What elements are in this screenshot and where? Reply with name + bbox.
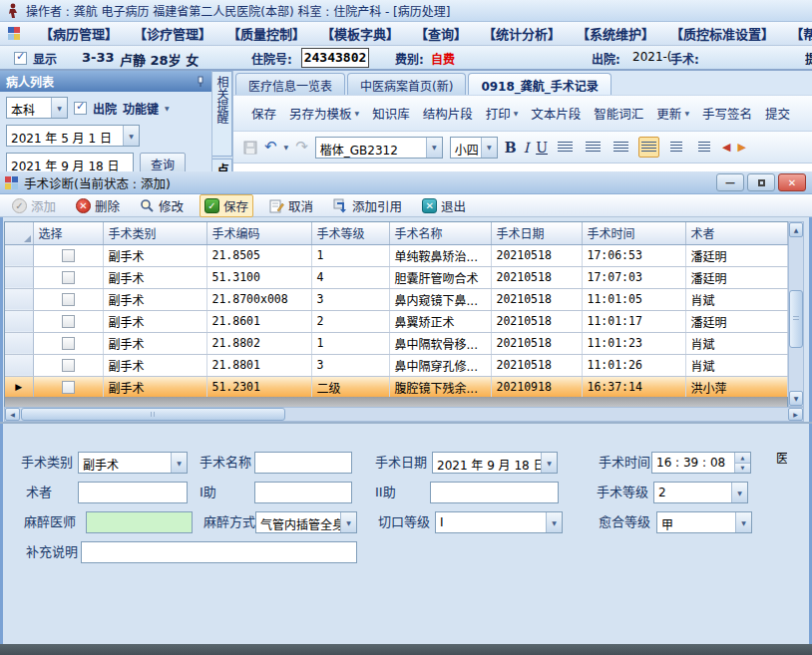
cancel-button[interactable]: 取消 [265, 195, 317, 216]
admission-no-field[interactable]: 24343802 [301, 48, 369, 68]
table-row[interactable]: 副手术21.8700x008 3鼻内窥镜下鼻... 2021051811:01:… [5, 288, 787, 310]
tab-tcm-front-page[interactable]: 中医病案首页(新) [347, 73, 466, 95]
vertical-scrollbar[interactable]: ▲ ▼ [788, 221, 804, 407]
surgery-type-select[interactable]: 副手术▼ [78, 452, 188, 474]
related-reminder-tab[interactable]: 相关提醒 [212, 71, 232, 157]
submit-button[interactable]: 提交 [765, 104, 790, 123]
col-surgery-name[interactable]: 手术名称 [389, 222, 491, 244]
table-row[interactable]: 副手术21.8801 3鼻中隔穿孔修... 2021051811:01:26 肖… [5, 354, 787, 376]
scroll-right-icon[interactable]: ▶ [788, 408, 803, 421]
row-checkbox[interactable] [62, 249, 75, 262]
query-button[interactable]: 查询 [140, 153, 186, 171]
modify-button[interactable]: 修改 [136, 195, 188, 216]
menu-statistics[interactable]: 【统计分析】 [483, 24, 561, 43]
surgery-time-spinner[interactable]: 16 : 39 : 08 ▲▼ [651, 452, 751, 474]
undo-icon[interactable]: ↶ [264, 140, 277, 155]
underline-button[interactable]: U [536, 140, 548, 156]
surgery-date-picker[interactable]: 2021 年 9 月 18 日▼ [432, 452, 558, 474]
font-size-select[interactable]: 小四 ▼ [450, 137, 498, 159]
show-checkbox[interactable]: ✓ [14, 52, 27, 65]
delete-button[interactable]: ✕ 删除 [72, 195, 124, 216]
text-fragment-button[interactable]: 文本片段 [531, 104, 581, 123]
align-center-icon[interactable] [583, 137, 604, 158]
horizontal-scroll-thumb[interactable] [21, 408, 285, 421]
handwritten-signature-button[interactable]: 手写签名 [702, 104, 752, 123]
align-right-icon[interactable] [610, 137, 631, 158]
row-checkbox[interactable] [62, 381, 75, 394]
bullet-list-icon[interactable] [694, 137, 715, 158]
scroll-down-icon[interactable]: ▼ [789, 391, 803, 406]
spin-down-icon[interactable]: ▼ [735, 464, 750, 474]
chevron-down-icon[interactable]: ▼ [284, 144, 289, 151]
tab-medical-info-overview[interactable]: 医疗信息一览表 [235, 73, 345, 95]
surgeon-input[interactable] [78, 482, 188, 503]
table-row[interactable]: 副手术51.3100 4胆囊肝管吻合术 2021051817:07:03 潘廷明 [5, 266, 787, 288]
horizontal-scrollbar[interactable]: ◀ ▶ [4, 407, 804, 422]
anesthesia-method-select[interactable]: 气管内插管全身▼ [255, 511, 357, 533]
col-select[interactable]: 选择 [33, 222, 103, 244]
chevron-down-icon[interactable]: ▼ [426, 138, 442, 158]
structure-fragment-button[interactable]: 结构片段 [423, 104, 473, 123]
close-button[interactable]: ✕ [778, 173, 806, 191]
increase-indent-icon[interactable]: ▶ [737, 142, 745, 153]
menu-medical-records[interactable]: 【病历管理】 [40, 24, 118, 43]
table-row[interactable]: 副手术21.8601 2鼻翼矫正术 2021051811:01:17 潘廷明 [5, 310, 787, 332]
menu-diagnosis[interactable]: 【诊疗管理】 [134, 24, 211, 43]
chevron-down-icon[interactable]: ▼ [165, 105, 170, 112]
save-as-template-button[interactable]: 另存为模板▼ [289, 104, 359, 123]
justify-icon[interactable] [638, 137, 659, 158]
decrease-indent-icon[interactable]: ◀ [722, 142, 730, 153]
numbered-list-icon[interactable] [666, 137, 687, 158]
editor-area[interactable] [233, 164, 812, 171]
print-button[interactable]: 打印▼ [486, 104, 519, 123]
maximize-button[interactable] [747, 173, 775, 191]
date-from-picker[interactable]: 2021 年 5 月 1 日 ▼ [6, 125, 140, 147]
col-surgery-date[interactable]: 手术日期 [491, 222, 582, 244]
bold-button[interactable]: B [505, 140, 517, 156]
save-button[interactable]: 保存 [251, 104, 276, 123]
knowledge-base-button[interactable]: 知识库 [372, 104, 410, 123]
save-button-dialog[interactable]: ✓ 保存 [200, 194, 253, 217]
menu-query[interactable]: 【查询】 [415, 24, 467, 43]
row-checkbox[interactable] [62, 359, 75, 372]
vertical-scroll-thumb[interactable] [789, 290, 803, 348]
anesthetist-input[interactable] [86, 511, 193, 533]
pin-icon[interactable] [196, 76, 205, 88]
surgery-name-input[interactable] [254, 452, 352, 474]
assistant2-input[interactable] [430, 482, 559, 503]
menu-template-dict[interactable]: 【模板字典】 [321, 24, 399, 43]
select-all-corner[interactable] [5, 222, 33, 244]
menu-quality-control[interactable]: 【质量控制】 [227, 24, 305, 43]
surgery-grade-select[interactable]: 2▼ [653, 482, 748, 503]
table-row[interactable]: 副手术21.8802 1鼻中隔软骨移... 2021051811:01:23 肖… [5, 332, 787, 354]
chevron-down-icon[interactable]: ▼ [481, 138, 497, 158]
menu-system-maintenance[interactable]: 【系统维护】 [577, 24, 654, 43]
chevron-down-icon[interactable]: ▼ [123, 126, 139, 146]
add-reference-button[interactable]: 添加引用 [329, 195, 406, 216]
exit-button[interactable]: ✕ 退出 [418, 195, 470, 216]
discharge-checkbox[interactable]: ✓ [74, 102, 87, 115]
scroll-left-icon[interactable]: ◀ [5, 408, 20, 421]
chevron-down-icon[interactable]: ▼ [51, 98, 67, 118]
col-surgery-type[interactable]: 手术类别 [103, 222, 206, 244]
assistant1-input[interactable] [254, 482, 352, 503]
col-surgery-grade[interactable]: 手术等级 [311, 222, 389, 244]
incision-grade-select[interactable]: I▼ [435, 511, 563, 533]
dept-select[interactable]: 本科 ▼ [6, 97, 68, 119]
row-checkbox[interactable] [62, 315, 75, 328]
row-checkbox[interactable] [62, 293, 75, 306]
function-keys-label[interactable]: 功能键 [123, 100, 159, 117]
minimize-button[interactable]: — [716, 173, 744, 191]
date-to-picker[interactable]: 2021 年 9 月 18 日 [6, 153, 134, 171]
tab-surgery-record[interactable]: 0918_龚航_手术记录 [468, 73, 610, 95]
smart-vocab-button[interactable]: 智能词汇 [594, 104, 643, 123]
menu-qc-standard-settings[interactable]: 【质控标准设置】 [670, 24, 774, 43]
row-checkbox[interactable] [62, 271, 75, 284]
patient-side-tab[interactable]: 卢静 [212, 159, 232, 171]
menu-help[interactable]: 【帮助】 [790, 24, 812, 43]
col-surgery-time[interactable]: 手术时间 [582, 222, 685, 244]
col-surgeon[interactable]: 术者 [685, 222, 787, 244]
row-checkbox[interactable] [62, 337, 75, 350]
spin-up-icon[interactable]: ▲ [735, 453, 750, 464]
healing-grade-select[interactable]: 甲▼ [656, 511, 752, 533]
